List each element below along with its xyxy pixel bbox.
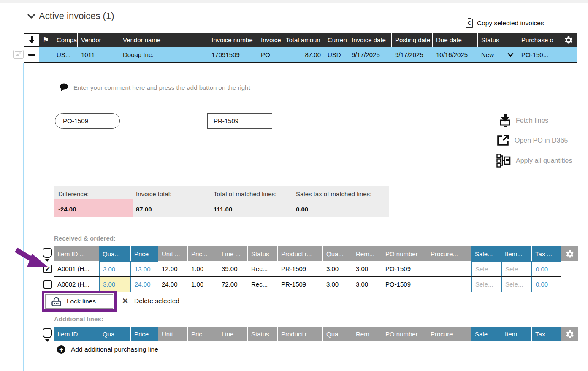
cell-item-select[interactable]: Sele... <box>501 277 532 292</box>
cell-price-input[interactable]: 13.00 <box>131 261 158 277</box>
select-all-chevron-icon[interactable] <box>45 339 49 342</box>
line-column-settings-button[interactable] <box>561 327 578 341</box>
received-line-row-2: A0002 (H... 3.00 24.00 24.00 1.00 72.00 … <box>54 277 578 292</box>
pr-reference-field[interactable]: PR-1509 <box>207 113 272 129</box>
collapse-row-button[interactable] <box>24 47 39 63</box>
select-all-additional-checkbox[interactable] <box>43 328 52 338</box>
invoice-cell-vendor[interactable]: 1011 <box>78 47 119 63</box>
open-po-button[interactable]: Open PO in D365 <box>496 135 568 146</box>
sales-tax-label: Sales tax of matched lines: <box>296 190 371 198</box>
line-col-qty2: Qua... <box>323 246 352 261</box>
column-header-status[interactable]: Status <box>478 33 518 47</box>
invoice-cell-purchase-order[interactable]: PO-150... <box>518 47 560 63</box>
column-header-total-amount[interactable]: Total amoun <box>282 33 324 47</box>
line-col-tax: Tax ... <box>532 246 561 261</box>
row-checkbox-a0002[interactable] <box>43 280 52 289</box>
column-header-due-date[interactable]: Due date <box>433 33 478 47</box>
cell-line-total: 39.00 <box>218 261 248 277</box>
line-col-item: Item... <box>501 327 532 341</box>
cell-procurement <box>427 277 471 292</box>
invoice-cell-flag[interactable] <box>39 47 53 63</box>
cell-sales-select[interactable]: Sele... <box>471 261 501 277</box>
gear-icon <box>565 330 574 339</box>
column-header-currency[interactable]: Curren <box>324 33 348 47</box>
selected-invoice-connector-line <box>23 63 24 371</box>
comment-input[interactable] <box>73 84 440 91</box>
gear-icon <box>564 35 573 45</box>
down-arrow-icon <box>29 36 35 44</box>
po-reference-label: PO-1509 <box>63 117 88 125</box>
column-header-posting-date[interactable]: Posting date <box>392 33 433 47</box>
invoice-cell-total-amount[interactable]: 87.00 <box>282 47 324 63</box>
sales-tax-value: 0.00 <box>296 206 308 213</box>
invoice-cell-company[interactable]: US... <box>53 47 78 63</box>
line-col-item-id: Item ID ... <box>54 327 99 341</box>
cell-unit: 24.00 <box>158 277 188 292</box>
cell-item-select[interactable]: Sele... <box>501 261 532 277</box>
cell-product: PR-1509 <box>278 277 323 292</box>
received-ordered-title: Received & ordered: <box>54 235 116 242</box>
line-col-sales: Sale... <box>471 246 501 261</box>
line-col-po-number: PO number <box>382 246 427 261</box>
invoice-cell-due-date[interactable]: 10/16/2025 <box>433 47 478 63</box>
line-col-unit: Unit ... <box>158 246 188 261</box>
invoice-cell-posting-date[interactable]: 9/17/2025 <box>392 47 433 63</box>
column-header-invoice-number[interactable]: Invoice numbe <box>208 33 257 47</box>
delete-selected-button[interactable]: ✕ Delete selected <box>122 295 179 306</box>
line-col-qty: Qua... <box>99 246 131 261</box>
cell-price2: 1.00 <box>188 261 218 277</box>
line-col-po-number: PO number <box>382 327 427 341</box>
column-header-vendor[interactable]: Vendor <box>78 33 119 47</box>
invoice-cell-vendor-name[interactable]: Dooap Inc. <box>119 47 208 63</box>
column-header-purchase-order[interactable]: Purchase o <box>518 33 560 47</box>
sort-column-header[interactable] <box>24 33 39 47</box>
column-header-vendor-name[interactable]: Vendor name <box>119 33 208 47</box>
open-po-label: Open PO in D365 <box>515 137 568 144</box>
line-col-remaining: Rem... <box>352 327 382 341</box>
status-dropdown[interactable]: New <box>478 47 518 63</box>
line-column-settings-button[interactable] <box>561 246 578 261</box>
flag-column-header[interactable]: ⚑ <box>39 33 53 47</box>
line-col-sales: Sale... <box>471 327 501 341</box>
column-header-invoice-date[interactable]: Invoice date <box>348 33 392 47</box>
apply-quantities-icon <box>496 154 511 168</box>
cell-status: Rec... <box>248 261 278 277</box>
line-col-tax: Tax ... <box>532 327 561 341</box>
invoice-row[interactable]: US... 1011 Dooap Inc. 17091509 PO 87.00 … <box>24 47 577 63</box>
line-col-price: Price <box>131 327 158 341</box>
cell-qty-input[interactable]: 3.00 <box>99 261 131 277</box>
copy-selected-invoices-button[interactable]: C Copy selected invoices <box>466 19 544 28</box>
line-col-price: Price <box>131 246 158 261</box>
add-additional-line-button[interactable]: + Add additional purchasing line <box>57 345 158 354</box>
apply-all-quantities-button[interactable]: Apply all quantities <box>496 154 572 168</box>
cell-remaining: 3.00 <box>352 261 382 277</box>
cell-price-input[interactable]: 24.00 <box>131 277 158 292</box>
attachment-preview-button[interactable] <box>13 50 24 59</box>
collapse-section-icon[interactable] <box>27 14 35 19</box>
annotation-box: Lock lines <box>42 291 117 312</box>
cell-tax-input[interactable]: 0.00 <box>532 277 561 292</box>
line-col-price2: Pric... <box>188 246 218 261</box>
matched-total-value: 111.00 <box>214 206 232 213</box>
line-col-line: Line ... <box>218 246 248 261</box>
fetch-lines-button[interactable]: Fetch lines <box>499 114 548 127</box>
invoice-cell-currency[interactable]: USD <box>324 47 348 63</box>
apply-quantities-label: Apply all quantities <box>516 157 572 165</box>
cell-tax-input[interactable]: 0.00 <box>532 261 561 277</box>
delete-selected-label: Delete selected <box>134 297 179 305</box>
invoice-cell-invoice-date[interactable]: 9/17/2025 <box>348 47 392 63</box>
lock-icon <box>51 297 62 306</box>
invoice-cell-invoice-number[interactable]: 17091509 <box>208 47 257 63</box>
column-header-invoice-type[interactable]: Invoice <box>257 33 282 47</box>
invoice-cell-settings <box>560 47 577 63</box>
column-settings-button[interactable] <box>560 33 577 47</box>
po-reference-chip[interactable]: PO-1509 <box>55 113 120 129</box>
cell-status: Rec... <box>248 277 278 292</box>
invoice-cell-invoice-type[interactable]: PO <box>257 47 282 63</box>
pr-reference-label: PR-1509 <box>214 117 238 125</box>
cell-qty-input[interactable]: 3.00 <box>99 277 131 292</box>
cell-sales-select[interactable]: Sele... <box>471 277 501 292</box>
lock-lines-button[interactable]: Lock lines <box>45 294 113 309</box>
copy-icon: C <box>466 19 473 28</box>
column-header-company[interactable]: Compa <box>53 33 78 47</box>
